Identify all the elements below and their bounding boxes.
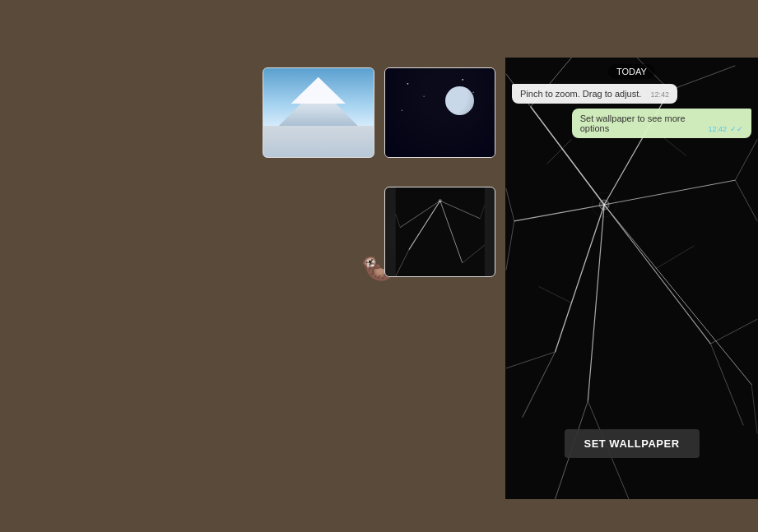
crack-pattern	[385, 187, 495, 276]
mountain-snow	[291, 77, 346, 104]
bubble-text-1: Pinch to zoom. Drag to adjust.	[520, 89, 641, 99]
wallpaper-grid: 😈 ☂️ 🐉 🧽	[0, 90, 253, 499]
bubble-time-2: 12:42	[708, 125, 727, 133]
chat-overlay: TODAY Pinch to zoom. Drag to adjust. 12:…	[505, 58, 758, 138]
myphotos-thumb	[384, 187, 496, 277]
date-badge: TODAY	[608, 64, 655, 79]
bubble-time-1: 12:42	[650, 90, 669, 99]
double-check-icon: ✓✓	[730, 125, 743, 133]
wallpaper-item[interactable]: 🦦	[0, 90, 253, 499]
received-bubble-1: Pinch to zoom. Drag to adjust. 12:42	[512, 84, 677, 104]
sent-bubble-1: Set wallpaper to see more options 12:42 …	[572, 109, 751, 138]
set-wallpaper-button[interactable]: SET WALLPAPER	[564, 429, 699, 458]
sent-bubble-wrapper: Set wallpaper to see more options 12:42 …	[512, 109, 751, 138]
svg-point-46	[599, 200, 609, 210]
preview-panel: 12:43 ⏰ ▲ ▼ 🔋 74% ← Preview	[505, 0, 758, 532]
wallpapers-panel: 12:43 ⏰ ▲ ▼ 🔋 74% ≡ Wallpapers 🔍 HOME CA…	[0, 0, 253, 532]
dark-thumb: ● ● ● ● ●	[384, 67, 496, 158]
preview-area: TODAY Pinch to zoom. Drag to adjust. 12:…	[505, 58, 758, 499]
bright-thumb	[263, 67, 374, 158]
svg-point-17	[438, 199, 441, 202]
bubble-text-2: Set wallpaper to see more options	[580, 113, 705, 133]
stars: ● ● ● ● ●	[385, 68, 495, 157]
